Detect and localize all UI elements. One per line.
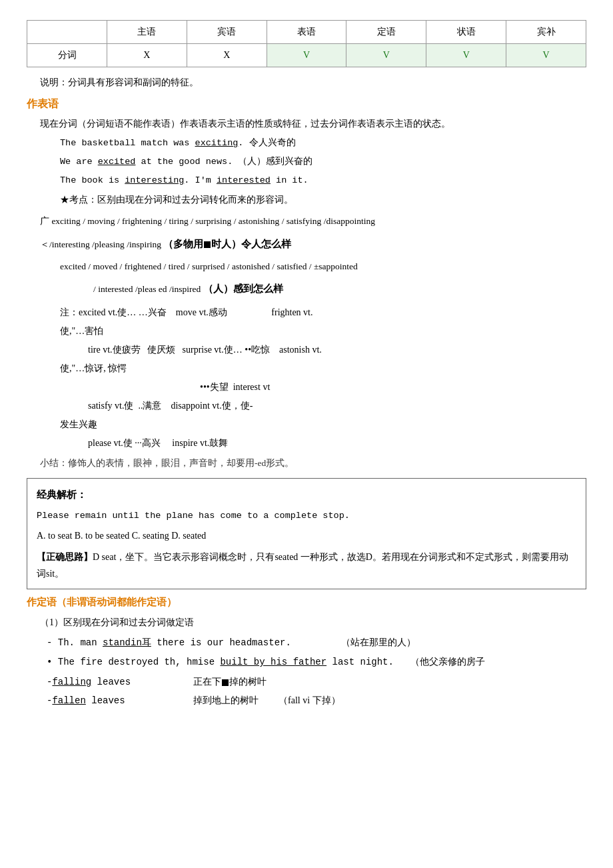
- note-line-4: 使,"…惊讶, 惊愕: [60, 359, 586, 378]
- summary-note: 小结：修饰人的表情，眼神，眼泪，声音时，却要用-ed形式。: [40, 455, 586, 471]
- falling-left: -falling leaves: [47, 674, 180, 691]
- example-1: The basketball match was exciting. 令人兴奇的: [60, 135, 586, 152]
- wordlist2-prefix: ＜/interesting /pleasing /inspiring: [40, 239, 163, 249]
- wordlist4: / interested /pleas ed /inspired （人）感到怎么…: [93, 280, 586, 298]
- example-2-keyword: excited: [98, 157, 136, 167]
- note-line-1: 注：excited vt.使… …兴奋 move vt.感动 frighten …: [60, 303, 586, 322]
- falling-row: -falling leaves 正在下掉的树叶: [47, 673, 586, 691]
- wordlist2-bold: （多物用时人）令人怎么样: [163, 239, 291, 249]
- note-below-table: 说明：分词具有形容词和副词的特征。: [40, 74, 586, 91]
- col-header-adv: 状语: [426, 21, 506, 44]
- star-note: ★考点：区别由现在分词和过去分词转化而来的形容词。: [60, 191, 586, 208]
- notes-block: 注：excited vt.使… …兴奋 move vt.感动 frighten …: [60, 303, 586, 453]
- cell-attr: V: [346, 44, 426, 67]
- fallen-left: -fallen leaves: [47, 693, 180, 709]
- col-header-subject: 主语: [107, 21, 187, 44]
- def-example-2: • The fire destroyed th, hmise built by …: [47, 653, 586, 671]
- dingyuyu-sub1: （1）区别现在分词和过去分词做定语: [40, 614, 586, 631]
- example-3-keyword1: interesting: [125, 175, 184, 185]
- note-line-7: 发生兴趣: [60, 415, 586, 434]
- classic-analysis-box: 经典解析： Please remain until the plane has …: [27, 478, 586, 589]
- cell-subject: X: [107, 44, 187, 67]
- note-line-8: please vt.使 ···高兴 inspire vt.鼓舞: [60, 434, 586, 453]
- example-1-keyword: exciting: [195, 138, 239, 148]
- cell-predicative: V: [267, 44, 346, 67]
- section-dingyuyu-title: 作定语（非谓语动词都能作定语）: [27, 596, 586, 609]
- section-biaoyuyu-title: 作表语: [27, 97, 586, 111]
- cell-obj-compl: V: [506, 44, 586, 67]
- classic-question: Please remain until the plane has come t…: [37, 507, 576, 525]
- classic-answer-label: 【正确思路】: [37, 552, 93, 562]
- wordlist2: ＜/interesting /pleasing /inspiring （多物用时…: [40, 235, 586, 253]
- example-3-keyword2: interested: [217, 175, 271, 185]
- fallen-row: -fallen leaves 掉到地上的树叶 （fall vi 下掉）: [47, 692, 586, 709]
- def-example-1-keyword: standin耳: [103, 637, 151, 648]
- wordlist4-bold: （人）感到怎么样: [203, 283, 283, 294]
- note-line-3: tire vt.使疲劳 使厌烦 surprise vt.使… ••吃惊 asto…: [60, 341, 586, 359]
- classic-answer: 【正确思路】D seat，坐下。当它表示形容词概念时，只有seated 一种形式…: [37, 549, 576, 582]
- fallen-middle: 掉到地上的树叶: [193, 692, 259, 709]
- example-3: The book is interesting. I'm interested …: [60, 172, 586, 189]
- wordlist1: 广 exciting / moving / frightening / tiri…: [40, 213, 586, 229]
- grammar-table: 主语 宾语 表语 定语 状语 宾补 分词 X X V V V V: [27, 20, 586, 67]
- def-example-1: - Th. man standin耳 there is our headmast…: [47, 634, 586, 652]
- note-line-6: satisfy vt.使 ..满意 disappoint vt.使，使-: [60, 397, 586, 415]
- col-header-object: 宾语: [187, 21, 267, 44]
- fallen-right: （fall vi 下掉）: [279, 692, 340, 709]
- col-header-predicative: 表语: [267, 21, 346, 44]
- classic-answer-text: D seat，坐下。当它表示形容词概念时，只有seated 一种形式，故选D。若…: [37, 552, 568, 579]
- note-line-5: •••失望 interest vt: [60, 378, 586, 397]
- cell-object: X: [187, 44, 267, 67]
- wordlist3: excited / moved / frightened / tired / s…: [60, 259, 586, 275]
- classic-options: A. to seat B. to be seated C. seating D.…: [37, 527, 576, 545]
- classic-title: 经典解析：: [37, 485, 576, 505]
- col-header-obj-compl: 宾补: [506, 21, 586, 44]
- row-label-participle: 分词: [27, 44, 107, 67]
- falling-middle: 正在下掉的树叶: [193, 673, 267, 690]
- example-2: We are excited at the good news. （人）感到兴奋…: [60, 153, 586, 171]
- note-line-2: 使,"…害怕: [60, 322, 586, 341]
- def-example-2-keyword: built by his father: [220, 657, 326, 667]
- cell-adv: V: [426, 44, 506, 67]
- biaoyuyu-intro: 现在分词（分词短语不能作表语）作表语表示主语的性质或特征，过去分词作表语表示主语…: [40, 115, 586, 132]
- col-header-attr: 定语: [346, 21, 426, 44]
- wordlist4-text: / interested /pleas ed /inspired: [93, 284, 203, 294]
